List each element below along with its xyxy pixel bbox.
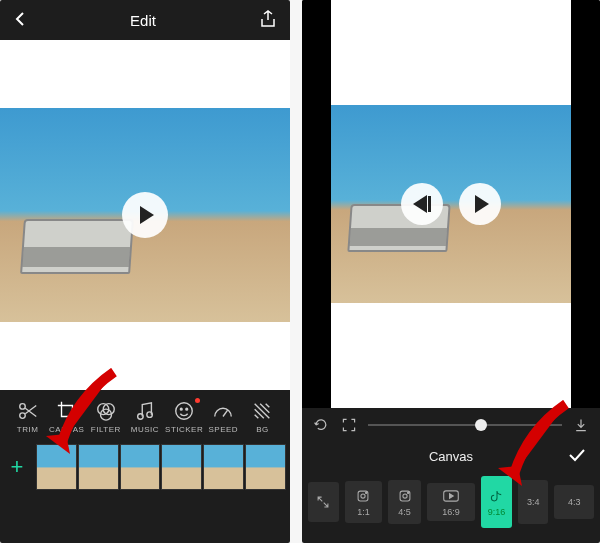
- tool-label: CANVAS: [49, 425, 84, 434]
- undo-button[interactable]: [312, 416, 330, 434]
- scene-object: [20, 219, 134, 274]
- tool-label: SPEED: [208, 425, 238, 434]
- tool-speed[interactable]: SPEED: [205, 400, 241, 434]
- scissors-icon: [17, 400, 39, 422]
- svg-point-12: [361, 493, 365, 497]
- video-frame[interactable]: [0, 108, 290, 322]
- back-button[interactable]: [14, 11, 26, 30]
- tool-label: STICKER: [165, 425, 203, 434]
- tool-bg[interactable]: BG: [244, 400, 280, 434]
- texture-icon: [251, 400, 273, 422]
- crop-icon: [56, 400, 78, 422]
- play-button[interactable]: [459, 183, 501, 225]
- svg-point-15: [402, 493, 406, 497]
- video-preview: [0, 40, 290, 390]
- letterbox-top: [0, 40, 290, 108]
- svg-point-13: [366, 492, 367, 493]
- tool-filter[interactable]: FILTER: [88, 400, 124, 434]
- canvas-9-16-frame: [331, 0, 571, 408]
- ratio-1-1[interactable]: 1:1: [345, 481, 383, 523]
- gauge-icon: [212, 400, 234, 422]
- svg-point-16: [407, 492, 408, 493]
- video-preview: [302, 0, 600, 408]
- tool-label: BG: [256, 425, 269, 434]
- scrubber-thumb[interactable]: [475, 419, 487, 431]
- letterbox-top: [331, 0, 571, 105]
- ratio-label: 9:16: [488, 507, 506, 517]
- prev-icon: [413, 195, 427, 213]
- timeline-frame: [203, 444, 244, 490]
- music-icon: [134, 400, 156, 422]
- screen-edit: Edit TRIM CANVAS FILTER: [0, 0, 290, 543]
- timeline: +: [0, 438, 290, 496]
- tool-bar: TRIM CANVAS FILTER MUSIC STICKER SPEED: [0, 390, 290, 438]
- ratio-label: 4:5: [398, 507, 411, 517]
- timeline-frame: [78, 444, 119, 490]
- timeline-frame: [245, 444, 286, 490]
- aspect-ratio-row: 1:1 4:5 16:9 9:16 3:4 4:3: [302, 470, 600, 538]
- svg-point-8: [180, 408, 182, 410]
- canvas-panel-header: Canvas: [302, 442, 600, 470]
- letterbox-bottom: [0, 322, 290, 390]
- timeline-frame: [36, 444, 77, 490]
- ratio-free[interactable]: [308, 482, 339, 522]
- scrubber-track[interactable]: [368, 424, 562, 426]
- filter-icon: [95, 400, 117, 422]
- tool-trim[interactable]: TRIM: [10, 400, 46, 434]
- tool-label: TRIM: [17, 425, 39, 434]
- scrubber-bar: [302, 408, 600, 442]
- play-icon: [475, 195, 489, 213]
- top-bar: Edit: [0, 0, 290, 40]
- prev-button[interactable]: [401, 183, 443, 225]
- expand-icon: [315, 494, 331, 510]
- svg-point-0: [19, 404, 25, 410]
- ratio-9-16[interactable]: 9:16: [481, 476, 512, 528]
- ratio-3-4[interactable]: 3:4: [518, 480, 549, 524]
- timeline-frame: [161, 444, 202, 490]
- tool-canvas[interactable]: CANVAS: [49, 400, 85, 434]
- tool-label: MUSIC: [131, 425, 159, 434]
- video-frame[interactable]: [331, 105, 571, 303]
- screen-canvas: Canvas 1:1 4:5 16:9 9:16: [302, 0, 600, 543]
- musically-icon: [489, 488, 505, 504]
- ratio-label: 4:3: [568, 497, 581, 507]
- ratio-label: 16:9: [442, 507, 460, 517]
- fullscreen-button[interactable]: [340, 416, 358, 434]
- tool-music[interactable]: MUSIC: [127, 400, 163, 434]
- timeline-frame: [120, 444, 161, 490]
- play-icon: [140, 206, 154, 224]
- tool-label: FILTER: [91, 425, 121, 434]
- add-clip-button[interactable]: +: [4, 454, 30, 480]
- svg-point-9: [186, 408, 188, 410]
- ratio-label: 1:1: [357, 507, 370, 517]
- play-button[interactable]: [122, 192, 168, 238]
- ratio-label: 3:4: [527, 497, 540, 507]
- share-button[interactable]: [260, 10, 276, 31]
- canvas-title: Canvas: [429, 449, 473, 464]
- letterbox-bottom: [331, 303, 571, 408]
- youtube-icon: [443, 488, 459, 504]
- instagram-icon: [397, 488, 413, 504]
- download-button[interactable]: [572, 416, 590, 434]
- ratio-4-5[interactable]: 4:5: [388, 480, 420, 524]
- instagram-icon: [355, 488, 371, 504]
- confirm-button[interactable]: [568, 446, 586, 467]
- svg-point-1: [19, 413, 25, 419]
- smiley-icon: [173, 400, 195, 422]
- page-title: Edit: [130, 12, 156, 29]
- svg-point-7: [176, 403, 193, 420]
- timeline-strip[interactable]: [36, 444, 286, 490]
- ratio-4-3[interactable]: 4:3: [554, 485, 594, 519]
- tool-sticker[interactable]: STICKER: [166, 400, 202, 434]
- ratio-16-9[interactable]: 16:9: [427, 483, 476, 521]
